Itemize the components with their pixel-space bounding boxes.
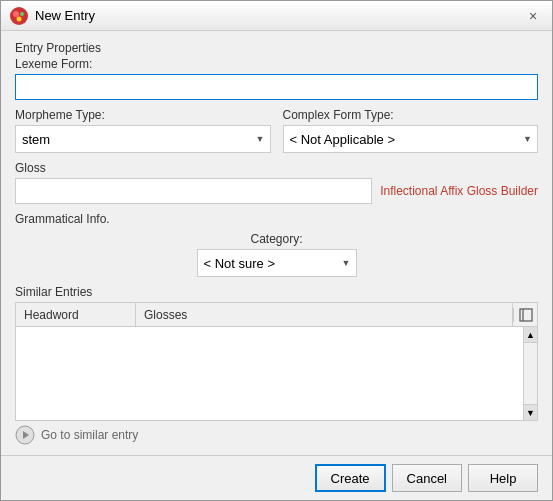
lexeme-form-input[interactable] <box>15 74 538 100</box>
svg-point-3 <box>17 16 22 21</box>
dialog-title: New Entry <box>35 8 522 23</box>
gloss-label: Gloss <box>15 161 538 175</box>
table-scrollbar: ▲ ▼ <box>523 327 537 420</box>
svg-point-1 <box>13 11 19 17</box>
dialog-window: New Entry × Entry Properties Lexeme Form… <box>0 0 553 501</box>
type-row: Morpheme Type: stem prefix suffix root C… <box>15 108 538 153</box>
lexeme-form-label: Lexeme Form: <box>15 57 538 71</box>
cancel-button[interactable]: Cancel <box>392 464 462 492</box>
similar-entries-section: Similar Entries Headword Glosses <box>15 285 538 445</box>
table-expand-icon[interactable] <box>513 308 537 322</box>
entry-properties-section: Entry Properties Lexeme Form: <box>15 41 538 100</box>
similar-entries-table: Headword Glosses ▲ ▼ <box>15 302 538 421</box>
svg-point-0 <box>10 7 28 25</box>
grammatical-info-section: Grammatical Info. Category: < Not sure >… <box>15 212 538 277</box>
gloss-input[interactable] <box>15 178 372 204</box>
svg-point-2 <box>20 12 24 16</box>
go-to-similar-icon <box>15 425 35 445</box>
complex-form-type-label: Complex Form Type: <box>283 108 539 122</box>
glosses-header: Glosses <box>136 303 513 326</box>
entry-properties-label: Entry Properties <box>15 41 538 55</box>
morpheme-type-col: Morpheme Type: stem prefix suffix root <box>15 108 271 153</box>
affix-gloss-builder-link[interactable]: Inflectional Affix Gloss Builder <box>380 184 538 198</box>
close-button[interactable]: × <box>522 5 544 27</box>
morpheme-type-select-wrapper: stem prefix suffix root <box>15 125 271 153</box>
title-bar: New Entry × <box>1 1 552 31</box>
gloss-row: Inflectional Affix Gloss Builder <box>15 178 538 204</box>
scrollbar-up-button[interactable]: ▲ <box>524 327 537 343</box>
gloss-section: Gloss Inflectional Affix Gloss Builder <box>15 161 538 204</box>
dialog-footer: Create Cancel Help <box>1 455 552 500</box>
complex-form-type-select-wrapper: < Not Applicable > <box>283 125 539 153</box>
headword-header: Headword <box>16 303 136 326</box>
category-row: Category: < Not sure > Noun Verb Adjecti… <box>15 232 538 277</box>
grammatical-info-label: Grammatical Info. <box>15 212 538 226</box>
help-button[interactable]: Help <box>468 464 538 492</box>
go-to-similar-entry[interactable]: Go to similar entry <box>15 425 538 445</box>
svg-rect-4 <box>520 309 532 321</box>
dialog-content: Entry Properties Lexeme Form: Morpheme T… <box>1 31 552 455</box>
category-select[interactable]: < Not sure > Noun Verb Adjective Adverb <box>197 249 357 277</box>
table-body <box>16 327 537 420</box>
morpheme-type-select[interactable]: stem prefix suffix root <box>15 125 271 153</box>
morpheme-type-label: Morpheme Type: <box>15 108 271 122</box>
app-icon <box>9 6 29 26</box>
create-button[interactable]: Create <box>315 464 386 492</box>
category-label: Category: <box>250 232 302 246</box>
complex-form-type-col: Complex Form Type: < Not Applicable > <box>283 108 539 153</box>
go-to-similar-text: Go to similar entry <box>41 428 138 442</box>
category-select-wrapper: < Not sure > Noun Verb Adjective Adverb <box>197 249 357 277</box>
complex-form-type-select[interactable]: < Not Applicable > <box>283 125 539 153</box>
scrollbar-down-button[interactable]: ▼ <box>524 404 537 420</box>
table-header: Headword Glosses <box>16 303 537 327</box>
similar-entries-label: Similar Entries <box>15 285 538 299</box>
